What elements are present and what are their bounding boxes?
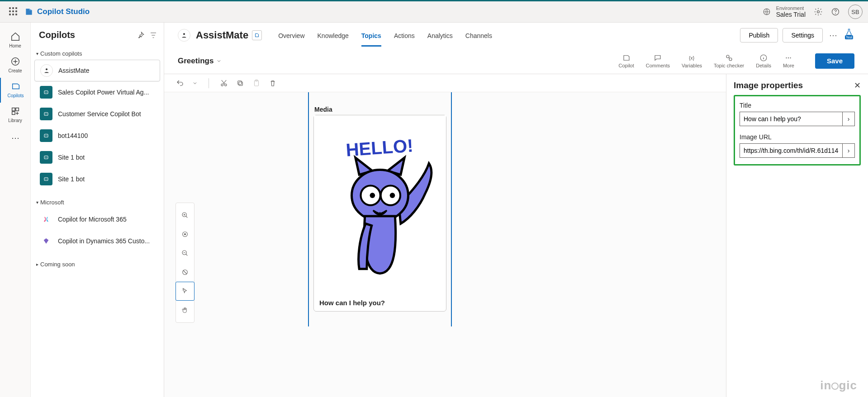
- chevron-down-icon: [216, 58, 222, 64]
- copilot-item[interactable]: Sales Copilot Power Virtual Ag...: [34, 81, 160, 103]
- tool-variables[interactable]: {x}Variables: [682, 54, 702, 68]
- environment-picker[interactable]: Environment Sales Trial: [763, 5, 806, 19]
- app-launcher-icon[interactable]: [9, 7, 18, 16]
- cursor-select-icon[interactable]: [175, 282, 194, 301]
- properties-pane-title: Image properties: [734, 80, 854, 90]
- svg-point-27: [729, 58, 732, 61]
- highlighted-properties: Title › Image URL ›: [734, 95, 861, 165]
- main-area: AssistMate Overview Knowledge Topics Act…: [164, 23, 868, 397]
- zoom-fit-icon[interactable]: [175, 225, 194, 244]
- help-icon[interactable]: [831, 7, 840, 16]
- close-icon[interactable]: ✕: [854, 80, 861, 90]
- svg-point-24: [183, 33, 185, 35]
- globe-icon: [763, 8, 771, 16]
- bot-switch-dropdown[interactable]: [252, 30, 262, 40]
- brand-link[interactable]: Copilot Studio: [24, 7, 90, 16]
- svg-point-3: [835, 13, 836, 14]
- publish-button[interactable]: Publish: [740, 28, 778, 43]
- brand-text: Copilot Studio: [37, 7, 90, 16]
- image-properties-pane: Image properties ✕ Title › Image URL ›: [726, 74, 868, 397]
- bot-avatar-icon: [178, 29, 190, 42]
- hello-text: HELLO!: [345, 135, 414, 160]
- media-node-card[interactable]: HELLO!: [313, 115, 446, 312]
- copilot-logo-icon: [24, 7, 33, 16]
- cut-icon[interactable]: [220, 79, 228, 87]
- section-microsoft[interactable]: ▾Microsoft: [31, 196, 164, 208]
- main-tabs: Overview Knowledge Topics Actions Analyt…: [278, 24, 492, 47]
- rail-item-more[interactable]: ⋯: [0, 129, 31, 147]
- plus-circle-icon: [10, 57, 20, 66]
- svg-point-16: [45, 135, 46, 136]
- settings-gear-icon[interactable]: [814, 7, 823, 16]
- bot-icon: [40, 129, 52, 142]
- settings-button[interactable]: Settings: [783, 28, 823, 43]
- svg-rect-21: [44, 178, 48, 181]
- copilot-item[interactable]: bot144100: [34, 125, 160, 147]
- image-url-field-label: Image URL: [740, 133, 855, 141]
- copilot-item[interactable]: Site 1 bot: [34, 168, 160, 190]
- user-avatar[interactable]: SB: [848, 5, 863, 19]
- svg-text:{x}: {x}: [689, 55, 695, 60]
- test-bot-button[interactable]: Test: [844, 28, 854, 43]
- section-custom-copilots[interactable]: ▾Custom copilots: [31, 47, 164, 60]
- bot-icon: [40, 173, 52, 185]
- title-field-label: Title: [740, 102, 855, 109]
- copilot-item-dynamics[interactable]: Copilot in Dynamics 365 Custo...: [34, 230, 160, 252]
- rail-item-copilots[interactable]: Copilots: [0, 78, 31, 103]
- tool-more[interactable]: More: [783, 54, 794, 68]
- copilot-item-m365[interactable]: Copilot for Microsoft 365: [34, 208, 160, 230]
- delete-icon[interactable]: [269, 79, 277, 87]
- svg-point-17: [47, 135, 47, 136]
- svg-point-46: [370, 193, 375, 198]
- tool-copilot[interactable]: Copilot: [619, 54, 634, 68]
- zoom-out-icon[interactable]: [175, 244, 194, 263]
- tab-knowledge[interactable]: Knowledge: [318, 24, 349, 47]
- tool-topic-checker[interactable]: Topic checker: [714, 54, 744, 68]
- zoom-in-icon[interactable]: [175, 206, 194, 225]
- hand-pan-icon[interactable]: [175, 301, 194, 320]
- rail-item-create[interactable]: Create: [0, 53, 31, 78]
- image-url-input[interactable]: [740, 143, 842, 158]
- copy-icon[interactable]: [236, 79, 244, 87]
- title-expand-icon[interactable]: ›: [842, 112, 855, 126]
- copilot-item[interactable]: Customer Service Copilot Bot: [34, 103, 160, 125]
- svg-point-1: [817, 11, 820, 13]
- svg-point-8: [46, 68, 47, 70]
- rail-item-library[interactable]: Library: [0, 103, 31, 128]
- tab-analytics[interactable]: Analytics: [427, 24, 453, 47]
- section-coming-soon[interactable]: ▸Coming soon: [31, 258, 164, 270]
- image-url-expand-icon[interactable]: ›: [842, 143, 855, 158]
- header-more-icon[interactable]: ⋯: [827, 30, 839, 40]
- chevron-down-icon[interactable]: [192, 79, 198, 87]
- tab-channels[interactable]: Channels: [465, 24, 492, 47]
- paste-icon[interactable]: [252, 79, 261, 87]
- svg-point-31: [790, 57, 791, 58]
- copilot-small-icon: [254, 33, 260, 38]
- copilot-item[interactable]: Site 1 bot: [34, 147, 160, 168]
- svg-point-11: [47, 92, 47, 92]
- rail-item-home[interactable]: Home: [0, 28, 31, 53]
- authoring-canvas[interactable]: Media HELLO!: [164, 92, 726, 397]
- pin-icon[interactable]: [137, 31, 145, 39]
- canvas-zoom-controls: [175, 203, 194, 323]
- left-rail: Home Create Copilots Library ⋯: [0, 23, 31, 397]
- svg-point-47: [390, 193, 395, 198]
- bot-name: AssistMate: [196, 29, 248, 41]
- tab-actions[interactable]: Actions: [394, 24, 415, 47]
- tool-details[interactable]: Details: [756, 54, 771, 68]
- filter-icon[interactable]: [149, 31, 157, 39]
- zoom-reset-icon[interactable]: [175, 263, 194, 282]
- title-input[interactable]: [740, 112, 842, 126]
- copilot-item-assistmate[interactable]: AssistMate: [34, 60, 160, 81]
- copilots-panel: Copilots ▾Custom copilots AssistMate Sal…: [31, 23, 164, 397]
- bot-icon: [40, 151, 52, 164]
- svg-rect-6: [15, 108, 18, 111]
- save-button[interactable]: Save: [815, 53, 854, 69]
- editor-toolbar: [164, 74, 726, 92]
- svg-point-40: [184, 233, 186, 235]
- tool-comments[interactable]: Comments: [646, 54, 670, 68]
- topic-name-dropdown[interactable]: Greetings: [178, 57, 222, 66]
- tab-overview[interactable]: Overview: [278, 24, 304, 47]
- undo-icon[interactable]: [176, 79, 184, 87]
- tab-topics[interactable]: Topics: [361, 24, 381, 47]
